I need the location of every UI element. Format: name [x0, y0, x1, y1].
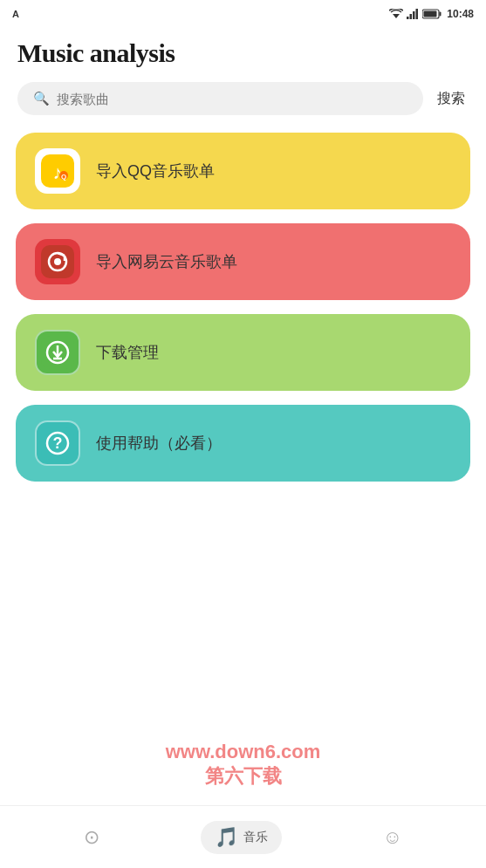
play-icon: ⊙ [84, 826, 99, 849]
help-label: 使用帮助（必看） [96, 433, 222, 454]
svg-rect-2 [410, 14, 413, 19]
cards-container: ♪ Q 导入QQ音乐歌单 导入网易云音乐歌单 [0, 133, 486, 482]
battery-icon [422, 9, 442, 19]
svg-point-14 [54, 258, 61, 265]
svg-rect-7 [424, 11, 437, 17]
signal-icon [407, 9, 419, 19]
help-card[interactable]: ? 使用帮助（必看） [16, 405, 470, 482]
svg-rect-3 [413, 11, 415, 19]
help-icon: ? [35, 420, 80, 466]
search-container: 🔍 搜索 [0, 82, 486, 115]
watermark-line1: www.down6.com [0, 741, 486, 763]
download-card[interactable]: 下载管理 [16, 314, 470, 391]
status-time: 10:48 [447, 8, 474, 20]
svg-rect-1 [407, 17, 409, 19]
download-label: 下载管理 [96, 342, 159, 363]
svg-rect-6 [440, 12, 442, 17]
app-title: Music analysis [17, 38, 469, 68]
watermark: www.down6.com 第六下载 [0, 741, 486, 789]
help-logo: ? [41, 427, 74, 460]
netease-card[interactable]: 导入网易云音乐歌单 [16, 223, 470, 300]
app-header: Music analysis [0, 28, 486, 82]
svg-marker-0 [393, 14, 400, 18]
status-bar: A 10:48 [0, 0, 486, 28]
status-icons [389, 9, 442, 19]
svg-text:?: ? [53, 434, 63, 452]
status-app-indicator: A [12, 9, 19, 19]
qq-music-card[interactable]: ♪ Q 导入QQ音乐歌单 [16, 133, 470, 209]
status-right-group: 10:48 [389, 8, 474, 20]
qq-music-icon: ♪ Q [35, 148, 80, 194]
nav-item-play[interactable]: ⊙ [70, 821, 113, 854]
download-icon [35, 330, 80, 375]
netease-label: 导入网易云音乐歌单 [96, 251, 237, 272]
watermark-line2: 第六下载 [0, 763, 486, 789]
download-logo [41, 336, 74, 369]
nav-item-face[interactable]: ☺ [369, 821, 416, 854]
search-input-wrapper[interactable]: 🔍 [17, 82, 423, 115]
wifi-icon [389, 9, 403, 19]
svg-text:Q: Q [61, 173, 66, 181]
svg-rect-4 [416, 9, 419, 19]
nav-item-music[interactable]: 🎵 音乐 [201, 821, 282, 854]
music-nav-label: 音乐 [243, 830, 268, 845]
netease-icon [35, 239, 80, 284]
netease-logo [41, 245, 74, 278]
search-icon: 🔍 [33, 91, 50, 106]
music-nav-icon: 🎵 [215, 826, 238, 849]
bottom-nav: ⊙ 🎵 音乐 ☺ [0, 805, 486, 868]
qq-music-logo: ♪ Q [41, 154, 74, 188]
search-input[interactable] [57, 92, 407, 106]
search-button[interactable]: 搜索 [434, 86, 469, 112]
face-icon: ☺ [383, 826, 402, 849]
qq-music-label: 导入QQ音乐歌单 [96, 161, 215, 181]
